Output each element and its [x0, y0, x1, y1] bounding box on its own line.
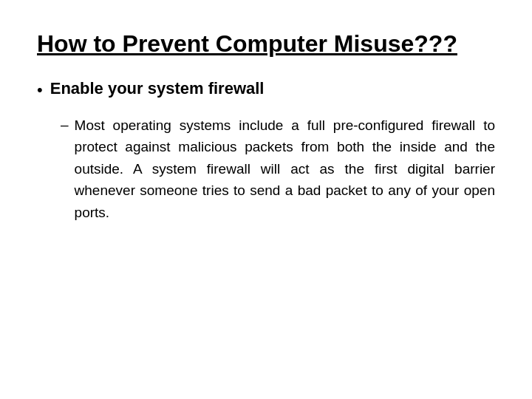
sub-bullet-dash-icon: –: [61, 115, 69, 136]
bullet-dot-icon: •: [37, 80, 43, 101]
content-area: • Enable your system firewall – Most ope…: [37, 78, 495, 223]
bullet-item-1: • Enable your system firewall: [37, 78, 495, 101]
bullet-1-text: Enable your system firewall: [50, 78, 265, 100]
sub-bullet-1-text: Most operating systems include a full pr…: [75, 115, 495, 223]
slide-container: How to Prevent Computer Misuse??? • Enab…: [0, 0, 532, 399]
sub-bullet-1: – Most operating systems include a full …: [61, 115, 495, 223]
slide-title: How to Prevent Computer Misuse???: [37, 30, 495, 58]
